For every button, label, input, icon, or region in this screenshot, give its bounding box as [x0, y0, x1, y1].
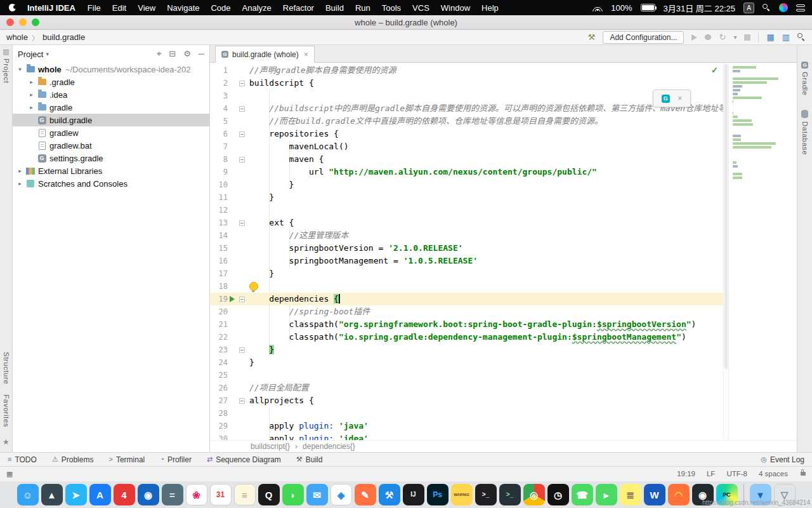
- dock-icon-messages[interactable]: ◗: [282, 484, 304, 505]
- fold-icon[interactable]: [239, 347, 245, 353]
- control-center-icon[interactable]: [796, 4, 806, 11]
- dock-icon-notes[interactable]: ≡: [234, 484, 256, 505]
- inspections-ok-icon[interactable]: ✓: [711, 65, 718, 75]
- tree-item-gradlew-bat[interactable]: gradlew.bat: [13, 139, 209, 152]
- menu-item-run[interactable]: Run: [350, 3, 376, 13]
- project-structure-icon[interactable]: ▦: [766, 32, 774, 42]
- run-with-coverage-icon[interactable]: ↻: [719, 33, 726, 41]
- run-icon[interactable]: [691, 34, 697, 41]
- code-line-8[interactable]: 8 maven {: [210, 153, 723, 166]
- tree-item-scratches-and-consoles[interactable]: ▸Scratches and Consoles: [13, 177, 209, 190]
- dock-icon-pencil[interactable]: ✎: [355, 484, 376, 505]
- tree-expand-arrow-icon[interactable]: ▸: [27, 79, 36, 85]
- dock-icon-blue-globe[interactable]: ◉: [138, 484, 159, 505]
- dock-icon-finder[interactable]: ☺: [17, 484, 39, 505]
- spotlight-icon[interactable]: [763, 4, 771, 12]
- stripe-button-favorites[interactable]: Favorites: [3, 394, 10, 427]
- fold-icon[interactable]: [239, 297, 245, 302]
- locate-file-icon[interactable]: ⌖: [157, 49, 161, 59]
- code-line-2[interactable]: 2buildscript {: [210, 77, 723, 90]
- dock-icon-warning-sticky[interactable]: WARNIG: [451, 484, 473, 505]
- dock-icon-terminal[interactable]: >_: [475, 484, 497, 505]
- hidden-windows-icon[interactable]: ▦: [6, 471, 13, 478]
- tree-item-build-gradle[interactable]: Gbuild.gradle: [13, 114, 209, 126]
- search-everywhere-icon[interactable]: [797, 33, 806, 41]
- dock-icon-launchpad[interactable]: ▲: [41, 484, 63, 505]
- dock-icon-xcode[interactable]: ⚒: [379, 484, 400, 505]
- file-encoding[interactable]: UTF-8: [726, 470, 747, 478]
- code-line-7[interactable]: 7 mavenLocal(): [210, 140, 723, 153]
- tool-window-button-problems[interactable]: ⚠Problems: [52, 455, 94, 464]
- tree-item-gradle[interactable]: ▸gradle: [13, 101, 209, 114]
- tree-expand-arrow-icon[interactable]: ▾: [15, 66, 25, 72]
- dock-icon-qq[interactable]: Q: [258, 484, 280, 505]
- editor-tab-build-gradle[interactable]: G build.gradle (whole) ×: [215, 46, 315, 63]
- input-source-icon[interactable]: A: [743, 3, 754, 13]
- dock-icon-app-store[interactable]: A: [89, 484, 111, 505]
- menubar-clock[interactable]: 3月31日 周二 22:25: [664, 2, 735, 14]
- close-tab-icon[interactable]: ×: [304, 50, 308, 59]
- dock-icon-chrome[interactable]: ◎: [523, 484, 545, 505]
- breadcrumb-buildscript[interactable]: buildscript{}: [251, 442, 290, 451]
- code-line-24[interactable]: 24}: [210, 356, 723, 369]
- dock-icon-iterm[interactable]: >_: [499, 484, 521, 505]
- menu-item-edit[interactable]: Edit: [107, 3, 132, 13]
- close-window-button[interactable]: [6, 18, 14, 26]
- code-line-5[interactable]: 5 //而在build.gradle文件中直接声明的依赖项、仓库地址等信息是项目…: [210, 115, 723, 128]
- fold-icon[interactable]: [239, 106, 245, 112]
- battery-icon[interactable]: [641, 4, 655, 11]
- code-line-15[interactable]: 15 springbootVersion = '2.1.0.RELEASE': [210, 242, 723, 255]
- tree-item-external-libraries[interactable]: ▸External Libraries: [13, 164, 209, 177]
- code-line-16[interactable]: 16 springbootManagement = '1.0.5.RELEASE…: [210, 255, 723, 267]
- tree-item-whole[interactable]: ▾whole~/Documents/workspace-idea-202: [13, 63, 209, 76]
- dock-icon-paper-plane[interactable]: ➤: [65, 484, 87, 505]
- dock-icon-word[interactable]: W: [644, 484, 665, 505]
- code-minimap[interactable]: [728, 63, 787, 440]
- favorites-star-icon[interactable]: ★: [3, 438, 10, 446]
- code-line-29[interactable]: 29 apply plugin: 'java': [210, 420, 723, 432]
- add-configuration-button[interactable]: Add Configuration...: [603, 31, 684, 44]
- code-line-12[interactable]: 12: [210, 204, 723, 217]
- menu-app-name[interactable]: IntelliJ IDEA: [21, 3, 82, 13]
- code-line-9[interactable]: 9 url "http://maven.aliyun.com/nexus/con…: [210, 166, 723, 178]
- dock-icon-calculator[interactable]: =: [162, 484, 183, 505]
- apple-menu-icon[interactable]: [9, 4, 16, 11]
- tool-window-button-sequence-diagram[interactable]: ⇄Sequence Diagram: [207, 455, 281, 464]
- menu-item-code[interactable]: Code: [205, 3, 236, 13]
- dock-icon-facetime[interactable]: ▸: [596, 484, 617, 505]
- dock-icon-clock[interactable]: ◷: [547, 484, 569, 505]
- gradle-reload-icon[interactable]: G: [662, 95, 670, 103]
- code-line-1[interactable]: 1//声明gradle脚本自身需要使用的资源: [210, 64, 723, 77]
- menu-item-analyze[interactable]: Analyze: [237, 3, 277, 13]
- menu-item-vcs[interactable]: VCS: [407, 3, 435, 13]
- fold-icon[interactable]: [239, 220, 245, 226]
- code-line-20[interactable]: 20 //spring-boot插件: [210, 305, 723, 318]
- stripe-button-gradle[interactable]: G Gradle: [801, 62, 809, 96]
- line-ending[interactable]: LF: [707, 470, 715, 478]
- tree-expand-arrow-icon[interactable]: ▸: [27, 91, 36, 98]
- stripe-button-structure[interactable]: Structure: [3, 352, 10, 384]
- indent-setting[interactable]: 4 spaces: [759, 470, 788, 478]
- dock-icon-safari[interactable]: ◈: [331, 484, 352, 505]
- code-line-19[interactable]: 19 dependencies {: [210, 293, 723, 305]
- code-line-30[interactable]: 30 apply plugin: 'idea': [210, 432, 723, 440]
- stop-icon[interactable]: [744, 34, 750, 41]
- dock-icon-stickies[interactable]: ≣: [620, 484, 641, 505]
- tool-windows-icon[interactable]: ▥: [782, 32, 790, 42]
- intention-bulb-icon[interactable]: [249, 282, 258, 291]
- tree-item-settings-gradle[interactable]: Gsettings.gradle: [13, 152, 209, 164]
- stripe-button-project[interactable]: ▥ Project: [3, 48, 10, 83]
- editor-scrollbar[interactable]: [723, 63, 728, 440]
- tool-window-button-terminal[interactable]: >Terminal: [108, 455, 145, 464]
- tool-window-button-todo[interactable]: ≡TODO: [8, 455, 37, 464]
- dock-icon-intellij-idea[interactable]: IJ: [403, 484, 424, 505]
- code-line-10[interactable]: 10 }: [210, 178, 723, 191]
- fold-icon[interactable]: [239, 81, 245, 86]
- dock-icon-phone[interactable]: ☎: [572, 484, 593, 505]
- breadcrumb-project[interactable]: whole: [6, 32, 28, 42]
- dock-icon-red-badge-4[interactable]: 4: [114, 484, 135, 505]
- dock-icon-mail[interactable]: ✉: [306, 484, 328, 505]
- zoom-window-button[interactable]: [32, 18, 39, 26]
- dock-icon-calendar[interactable]: 31: [210, 484, 232, 505]
- code-line-3[interactable]: 3: [210, 90, 723, 102]
